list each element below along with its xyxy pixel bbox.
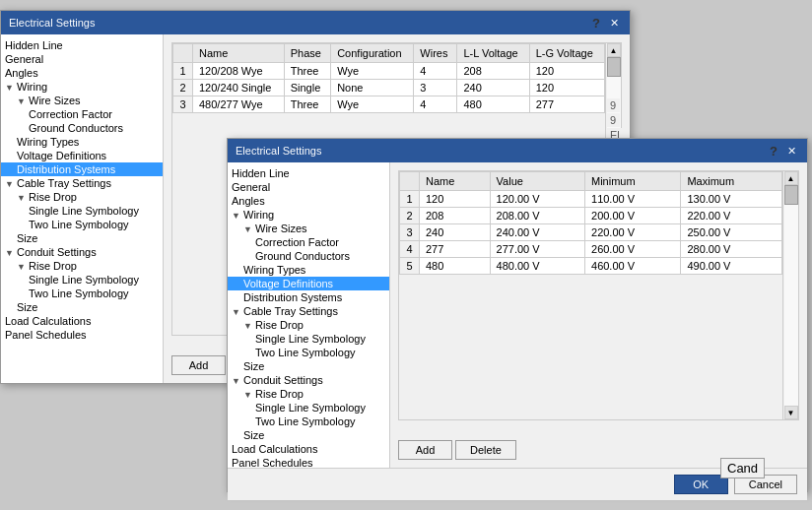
d2-col-max: Maximum	[681, 172, 782, 191]
d2-tree-load-calc[interactable]: Load Calculations	[228, 442, 389, 456]
table-row[interactable]: 2 120/240 Single Single None 3 240 120	[173, 80, 605, 96]
d2-row4-max: 280.00 V	[681, 241, 782, 258]
tree-item-ground-conductors[interactable]: Ground Conductors	[1, 121, 163, 135]
d2-scroll-thumb[interactable]	[784, 185, 798, 205]
d2-tree-cable-two-line[interactable]: Two Line Symbology	[228, 346, 389, 359]
tree-item-load-calc[interactable]: Load Calculations	[1, 314, 163, 328]
tree-item-wiring[interactable]: ▼Wiring	[1, 80, 163, 94]
dialog2-table-header: Name Value Minimum Maximum	[400, 172, 782, 191]
table-row[interactable]: 4 277 277.00 V 260.00 V 280.00 V	[400, 241, 782, 258]
d2-cable-expander: ▼	[232, 307, 243, 317]
dialog2-scrollbar[interactable]: ▲ ▼	[783, 170, 799, 420]
tree-item-angles[interactable]: Angles	[1, 66, 163, 80]
col-config: Configuration	[331, 44, 414, 63]
d2-row5-name: 480	[420, 258, 491, 275]
d2-row1-id: 1	[400, 191, 420, 208]
d2-tree-wiring-types[interactable]: Wiring Types	[228, 263, 389, 277]
table-row[interactable]: 1 120 120.00 V 110.00 V 130.00 V	[400, 191, 782, 208]
tree-item-cable-size[interactable]: Size	[1, 231, 163, 245]
tree-item-cable-two-line[interactable]: Two Line Symbology	[1, 218, 163, 231]
tree-item-conduit-size[interactable]: Size	[1, 300, 163, 314]
scroll-up-btn[interactable]: ▲	[607, 43, 621, 57]
tree-item-cable-tray[interactable]: ▼Cable Tray Settings	[1, 176, 163, 190]
d2-col-value: Value	[490, 172, 584, 191]
tree-item-wire-sizes[interactable]: ▼Wire Sizes	[1, 94, 163, 107]
scroll-thumb[interactable]	[607, 57, 621, 77]
wire-sizes-expander: ▼	[17, 96, 29, 106]
row2-wires: 3	[414, 80, 457, 96]
tree-item-cable-single-line[interactable]: Single Line Symbology	[1, 204, 163, 218]
d2-tree-hidden-line[interactable]: Hidden Line	[228, 166, 389, 180]
dialog2-title: Electrical Settings	[236, 145, 321, 157]
d2-row2-min: 200.00 V	[585, 208, 681, 224]
table-row[interactable]: 3 480/277 Wye Three Wye 4 480 277	[173, 96, 605, 113]
dialog2-help-button[interactable]: ?	[766, 143, 781, 159]
d2-tree-cable-size[interactable]: Size	[228, 359, 389, 373]
dialog2-close-button[interactable]: ✕	[783, 143, 799, 159]
d2-wiring-expander: ▼	[232, 211, 243, 221]
tree-item-voltage-definitions[interactable]: Voltage Definitions	[1, 149, 163, 162]
d2-wire-sizes-expander: ▼	[243, 224, 255, 234]
tree-item-distribution-systems[interactable]: Distribution Systems	[1, 162, 163, 176]
dialog2-tree-panel: Hidden Line General Angles ▼Wiring ▼Wire…	[228, 162, 390, 468]
tree-item-cable-rise-drop[interactable]: ▼Rise Drop	[1, 190, 163, 204]
d2-row3-name: 240	[420, 224, 491, 241]
dialog2-delete-button[interactable]: Delete	[455, 440, 516, 460]
row3-lg: 277	[529, 96, 604, 113]
d2-tree-ground-conductors[interactable]: Ground Conductors	[228, 249, 389, 263]
dialog1-help-button[interactable]: ?	[588, 15, 604, 31]
tree-item-conduit[interactable]: ▼Conduit Settings	[1, 245, 163, 259]
tree-item-wiring-types[interactable]: Wiring Types	[1, 135, 163, 149]
tree-item-panel-schedules[interactable]: Panel Schedules	[1, 328, 163, 342]
d2-scroll-up-btn[interactable]: ▲	[784, 171, 798, 185]
d2-row4-min: 260.00 V	[585, 241, 681, 258]
table-row[interactable]: 5 480 480.00 V 460.00 V 490.00 V	[400, 258, 782, 275]
d2-tree-cable-rise-drop[interactable]: ▼Rise Drop	[228, 318, 389, 332]
row1-config: Wye	[331, 63, 414, 80]
dialog2-table-wrapper: Name Value Minimum Maximum 1	[398, 170, 783, 420]
dialog1-close-button[interactable]: ✕	[606, 15, 622, 31]
tree-item-correction-factor[interactable]: Correction Factor	[1, 107, 163, 121]
col-lg: L-G Voltage	[529, 44, 604, 63]
row2-ll: 240	[457, 80, 529, 96]
d2-tree-cable-tray[interactable]: ▼Cable Tray Settings	[228, 304, 389, 318]
d2-tree-wire-sizes[interactable]: ▼Wire Sizes	[228, 222, 389, 235]
conduit-rise-drop-expander: ▼	[17, 262, 29, 272]
d2-tree-general[interactable]: General	[228, 180, 389, 194]
dialog2-add-button[interactable]: Add	[398, 440, 452, 460]
table-row[interactable]: 2 208 208.00 V 200.00 V 220.00 V	[400, 208, 782, 224]
d2-conduit-expander: ▼	[232, 376, 243, 386]
d2-row1-min: 110.00 V	[585, 191, 681, 208]
d2-row3-min: 220.00 V	[585, 224, 681, 241]
titlebar-controls-2: ? ✕	[766, 143, 799, 159]
d2-tree-conduit-size[interactable]: Size	[228, 428, 389, 442]
tree-item-conduit-single-line[interactable]: Single Line Symbology	[1, 273, 163, 287]
d2-tree-distribution-systems[interactable]: Distribution Systems	[228, 290, 389, 304]
d2-tree-panel-schedules[interactable]: Panel Schedules	[228, 456, 389, 468]
d2-scroll-down-btn[interactable]: ▼	[784, 406, 798, 419]
col-num	[173, 44, 193, 63]
d2-tree-conduit-single-line[interactable]: Single Line Symbology	[228, 401, 389, 414]
d2-tree-cable-single-line[interactable]: Single Line Symbology	[228, 332, 389, 346]
tree-item-hidden-line[interactable]: Hidden Line	[1, 38, 163, 52]
table-row[interactable]: 3 240 240.00 V 220.00 V 250.00 V	[400, 224, 782, 241]
d2-tree-wiring[interactable]: ▼Wiring	[228, 208, 389, 222]
d2-tree-conduit[interactable]: ▼Conduit Settings	[228, 373, 389, 387]
d2-row1-max: 130.00 V	[681, 191, 782, 208]
dialog2-table-scroll-container: Name Value Minimum Maximum 1	[398, 170, 799, 420]
tree-item-conduit-rise-drop[interactable]: ▼Rise Drop	[1, 259, 163, 273]
d2-tree-voltage-definitions[interactable]: Voltage Definitions	[228, 277, 389, 290]
d2-tree-angles[interactable]: Angles	[228, 194, 389, 208]
d2-tree-conduit-two-line[interactable]: Two Line Symbology	[228, 414, 389, 428]
d2-col-name: Name	[420, 172, 491, 191]
table-row[interactable]: 1 120/208 Wye Three Wye 4 208 120	[173, 63, 605, 80]
dialog1-add-button[interactable]: Add	[171, 355, 226, 375]
d2-tree-correction-factor[interactable]: Correction Factor	[228, 235, 389, 249]
row1-wires: 4	[414, 63, 457, 80]
tree-item-general[interactable]: General	[1, 52, 163, 66]
d2-tree-conduit-rise-drop[interactable]: ▼Rise Drop	[228, 387, 389, 401]
d2-scroll-track[interactable]	[784, 185, 798, 406]
tree-item-conduit-two-line[interactable]: Two Line Symbology	[1, 287, 163, 300]
row3-name: 480/277 Wye	[193, 96, 285, 113]
col-phase: Phase	[284, 44, 330, 63]
